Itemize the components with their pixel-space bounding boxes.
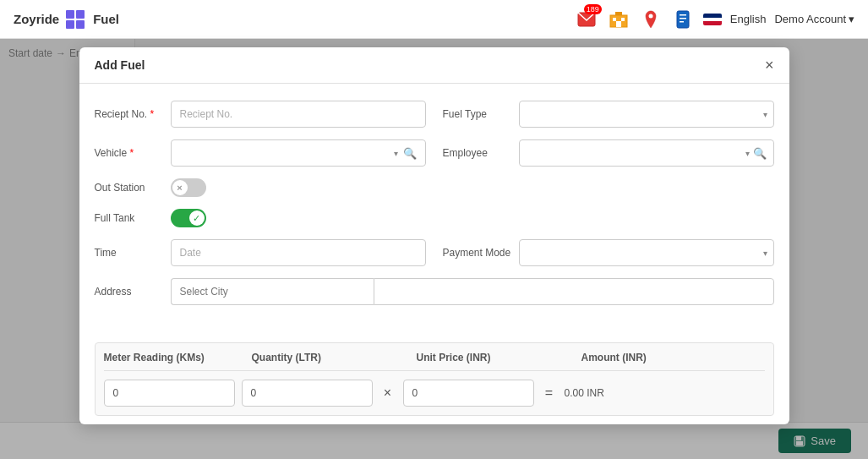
fulltank-group: Full Tank ✓ <box>95 209 774 227</box>
topnav-right: 189 English Demo Account ▾ <box>575 8 854 31</box>
employee-search-button[interactable]: 🔍 <box>753 147 767 160</box>
modal-overlay: Add Fuel × Reciept No. * Fuel Type <box>0 39 868 459</box>
fulltank-toggle[interactable]: ✓ <box>171 209 206 227</box>
vehicle-select[interactable] <box>178 147 394 159</box>
content-area: Start date → End da... Add Fuel × Reciep… <box>0 39 868 459</box>
receipt-input[interactable] <box>171 101 426 128</box>
vehicle-select-wrap: ▾ 🔍 <box>171 139 426 167</box>
svg-rect-5 <box>616 21 621 27</box>
fuel-type-group: Fuel Type ▾ <box>443 101 774 128</box>
flag-icon <box>703 14 722 25</box>
address-input[interactable] <box>374 278 774 305</box>
table-section: Meter Reading (KMs) Quantity (LTR) Unit … <box>95 342 774 416</box>
employee-label: Employee <box>443 147 519 159</box>
form-row-fulltank: Full Tank ✓ <box>95 209 774 227</box>
form-row-time: Time Payment Mode ▾ <box>95 239 774 266</box>
modal-title: Add Fuel <box>95 58 145 72</box>
employee-select[interactable] <box>527 147 745 159</box>
meter-reading-input[interactable] <box>104 380 235 407</box>
form-row-vehicle: Vehicle * ▾ 🔍 Employee ▾ <box>95 139 774 167</box>
address-row: Address <box>95 278 774 305</box>
vehicle-dropdown-arrow: ▾ <box>394 149 398 158</box>
multiply-operator: × <box>379 385 396 401</box>
vehicle-search-button[interactable]: 🔍 <box>401 147 418 160</box>
buildings-icon[interactable] <box>607 8 631 31</box>
svg-rect-4 <box>621 18 625 21</box>
svg-rect-10 <box>680 21 684 23</box>
employee-group: Employee ▾ 🔍 <box>443 139 774 167</box>
payment-mode-label: Payment Mode <box>443 247 519 259</box>
vehicle-group: Vehicle * ▾ 🔍 <box>95 139 426 167</box>
col-qty-header: Quantity (LTR) <box>252 352 400 363</box>
svg-rect-8 <box>680 14 686 16</box>
fulltank-toggle-wrap: ✓ <box>171 209 206 227</box>
fuel-type-select-wrap: ▾ <box>519 101 774 128</box>
time-group: Time <box>95 239 426 266</box>
address-label: Address <box>95 286 171 298</box>
fuel-type-label: Fuel Type <box>443 108 519 120</box>
outstation-toggle[interactable]: × <box>171 178 206 197</box>
modal-header: Add Fuel × <box>79 47 789 84</box>
book-icon[interactable] <box>671 8 695 31</box>
outstation-group: Out Station × <box>95 178 774 197</box>
svg-rect-7 <box>677 11 689 28</box>
account-menu[interactable]: Demo Account ▾ <box>774 13 854 25</box>
notifications-icon[interactable]: 189 <box>575 8 598 31</box>
modal-body: Reciept No. * Fuel Type ▾ <box>79 84 789 334</box>
outstation-label: Out Station <box>95 182 171 194</box>
form-row-outstation: Out Station × <box>95 178 774 197</box>
brand-name: Zoyride <box>14 12 59 26</box>
section-title: Fuel <box>93 12 119 26</box>
col-unit-header: Unit Price (INR) <box>417 352 565 363</box>
language-label[interactable]: English <box>730 13 767 25</box>
svg-rect-3 <box>613 18 616 21</box>
payment-mode-select-wrap: ▾ <box>519 239 774 266</box>
col-meter-header: Meter Reading (KMs) <box>104 352 252 363</box>
table-header: Meter Reading (KMs) Quantity (LTR) Unit … <box>104 352 765 371</box>
modal-close-button[interactable]: × <box>765 57 774 73</box>
quantity-input[interactable] <box>242 380 373 407</box>
topnav: Zoyride Fuel 189 English Demo Account ▾ <box>0 0 868 39</box>
receipt-group: Reciept No. * <box>95 101 426 128</box>
equals-operator: = <box>541 385 558 401</box>
table-data-row: × = 0.00 INR <box>104 371 765 407</box>
add-fuel-modal: Add Fuel × Reciept No. * Fuel Type <box>79 47 789 424</box>
payment-mode-select[interactable] <box>519 239 774 266</box>
amount-display: 0.00 INR <box>565 387 604 399</box>
grid-icon[interactable] <box>66 10 85 29</box>
employee-dropdown-arrow: ▾ <box>745 149 750 158</box>
unit-price-input[interactable] <box>403 380 534 407</box>
notification-badge: 189 <box>584 4 602 14</box>
receipt-label: Reciept No. * <box>95 108 171 120</box>
fuel-type-select[interactable] <box>519 101 774 128</box>
time-input[interactable] <box>171 239 426 266</box>
city-input[interactable] <box>171 278 374 305</box>
svg-rect-2 <box>615 12 622 15</box>
outstation-toggle-wrap: × <box>171 178 206 197</box>
svg-rect-9 <box>680 18 686 19</box>
payment-mode-group: Payment Mode ▾ <box>443 239 774 266</box>
time-label: Time <box>95 247 171 259</box>
fulltank-label: Full Tank <box>95 212 171 224</box>
fulltank-toggle-knob: ✓ <box>189 210 205 226</box>
employee-select-wrap: ▾ 🔍 <box>519 139 774 167</box>
vehicle-label: Vehicle * <box>95 147 171 159</box>
svg-point-6 <box>648 14 652 18</box>
form-row-receipt: Reciept No. * Fuel Type ▾ <box>95 101 774 128</box>
location-icon[interactable] <box>639 8 663 31</box>
outstation-toggle-knob: × <box>172 180 188 195</box>
col-amount-header: Amount (INR) <box>581 352 765 363</box>
